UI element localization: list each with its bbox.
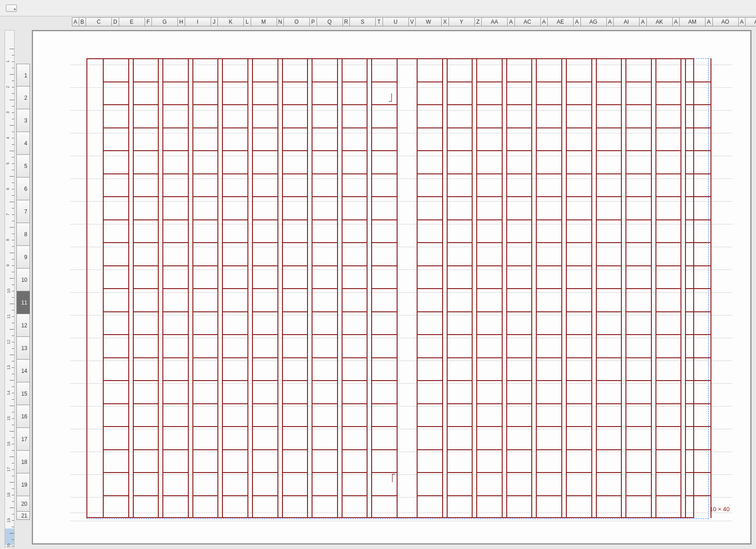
row-header[interactable]: 6	[16, 178, 30, 200]
row-header[interactable]: 2	[16, 86, 30, 109]
column-header[interactable]: B	[79, 17, 86, 26]
column-header[interactable]: S	[350, 17, 376, 26]
manuscript-size-label: 10 × 40	[710, 506, 730, 513]
column-header[interactable]: G	[152, 17, 178, 26]
column-header[interactable]: Z	[475, 17, 482, 26]
column-header[interactable]: O	[284, 17, 310, 26]
column-header[interactable]: A	[72, 17, 79, 26]
row-header[interactable]: 15	[16, 382, 30, 405]
column-header[interactable]: R	[343, 17, 350, 26]
column-header[interactable]: X	[442, 17, 449, 26]
top-toolbar	[0, 0, 756, 16]
column-header[interactable]: AA	[482, 17, 508, 26]
row-header[interactable]: 11	[16, 291, 30, 314]
spreadsheet-page[interactable]: ﹁ ﹂ 10 × 40	[32, 30, 751, 544]
column-header[interactable]: A	[739, 17, 746, 26]
manuscript-grid	[86, 58, 694, 518]
bracket-top-icon: ﹁	[387, 93, 397, 103]
column-header[interactable]: AK	[647, 17, 673, 26]
row-header[interactable]: 8	[16, 223, 30, 246]
column-header[interactable]: A	[673, 17, 680, 26]
column-header[interactable]: A	[640, 17, 647, 26]
column-header[interactable]: A	[541, 17, 548, 26]
column-header[interactable]: I	[185, 17, 211, 26]
row-header[interactable]: 3	[16, 109, 30, 132]
row-header[interactable]: 12	[16, 314, 30, 337]
row-header[interactable]: 4	[16, 132, 30, 155]
column-header[interactable]: AC	[515, 17, 541, 26]
column-header[interactable]: U	[383, 17, 409, 26]
ruler-active-region	[5, 529, 14, 545]
row-header[interactable]: 18	[16, 451, 30, 473]
cell-name-dropdown[interactable]	[6, 5, 17, 12]
column-header[interactable]: T	[376, 17, 383, 26]
row-header[interactable]: 13	[16, 337, 30, 360]
row-header[interactable]: 21	[16, 512, 30, 520]
column-header[interactable]: A	[508, 17, 515, 26]
row-header[interactable]: 9	[16, 246, 30, 269]
column-header[interactable]: K	[218, 17, 244, 26]
column-header[interactable]: D	[112, 17, 119, 26]
column-header[interactable]: AI	[614, 17, 640, 26]
column-header[interactable]: C	[86, 17, 112, 26]
column-header[interactable]: V	[409, 17, 416, 26]
row-header[interactable]: 19	[16, 473, 30, 496]
column-header[interactable]: P	[310, 17, 317, 26]
column-header[interactable]: AM	[680, 17, 706, 26]
column-header[interactable]: Y	[449, 17, 475, 26]
column-header[interactable]: AE	[548, 17, 574, 26]
column-header[interactable]: J	[211, 17, 218, 26]
vertical-ruler: 1234567891011121314151617181920	[5, 30, 15, 547]
column-header[interactable]: AG	[581, 17, 607, 26]
row-header[interactable]: 14	[16, 360, 30, 382]
row-headers: 123456789101112131415161718192021	[16, 64, 30, 520]
column-header[interactable]: A	[706, 17, 713, 26]
column-header[interactable]: E	[119, 17, 145, 26]
row-header[interactable]: 16	[16, 405, 30, 428]
column-header[interactable]: F	[145, 17, 152, 26]
bracket-bottom-icon: ﹂	[387, 473, 397, 483]
column-header[interactable]: A	[574, 17, 581, 26]
column-header[interactable]: H	[178, 17, 185, 26]
column-header[interactable]: AQ	[746, 17, 756, 26]
row-header[interactable]: 1	[16, 64, 30, 86]
row-header[interactable]: 10	[16, 269, 30, 291]
column-header[interactable]: AO	[713, 17, 739, 26]
column-header[interactable]: L	[244, 17, 251, 26]
row-header[interactable]: 20	[16, 496, 30, 512]
column-header[interactable]: M	[251, 17, 277, 26]
row-header[interactable]: 7	[16, 200, 30, 223]
column-header[interactable]: A	[607, 17, 614, 26]
row-header[interactable]: 17	[16, 428, 30, 451]
column-headers: ABCDEFGHIJKLMNOPQRSTUVWXYZAAAACAAEAAGAAI…	[72, 17, 756, 26]
column-header[interactable]: W	[416, 17, 442, 26]
column-header[interactable]: Q	[317, 17, 343, 26]
column-header[interactable]: N	[277, 17, 284, 26]
row-header[interactable]: 5	[16, 155, 30, 178]
